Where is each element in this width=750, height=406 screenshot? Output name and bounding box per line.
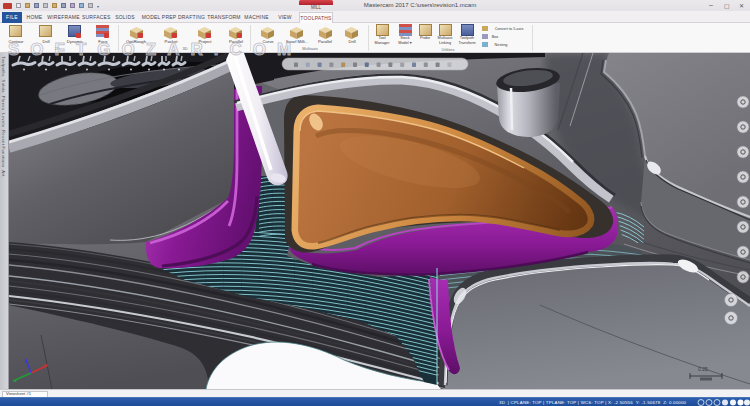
svg-text:0.25: 0.25 [698,366,708,372]
